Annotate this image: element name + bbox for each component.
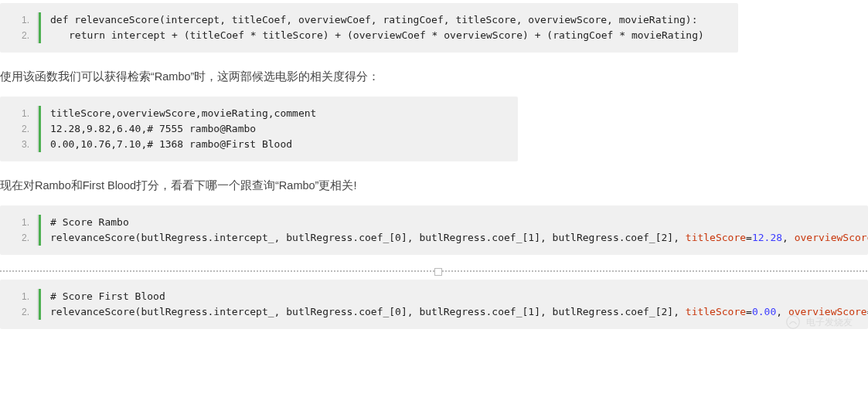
named-arg: titleScore — [686, 232, 746, 243]
named-arg: titleScore — [686, 306, 746, 317]
line-number: 2. — [0, 121, 29, 137]
code-block-2: 1. 2. 3. titleScore,overviewScore,movieR… — [0, 97, 518, 161]
prose-text: 使用该函数我们可以获得检索“Rambo”时，这两部候选电影的相关度得分： — [0, 68, 868, 86]
code-body: titleScore,overviewScore,movieRating,com… — [39, 106, 518, 152]
code-body: # Score Rambo relevanceScore(butlRegress… — [39, 215, 868, 246]
code-block-1: 1. 2. def relevanceScore(intercept, titl… — [0, 3, 738, 53]
line-number: 1. — [0, 12, 29, 28]
prose-text: 现在对Rambo和First Blood打分，看看下哪一个跟查询“Rambo”更… — [0, 177, 868, 195]
code-block-4: 1. 2. # Score First Blood relevanceScore… — [0, 280, 868, 329]
line-number: 2. — [0, 230, 29, 246]
horizontal-separator — [0, 270, 868, 272]
code-body: # Score First Blood relevanceScore(butlR… — [39, 289, 868, 320]
line-number-gutter: 1. 2. — [0, 12, 39, 43]
line-number-gutter: 1. 2. — [0, 215, 39, 246]
code-line-comment: # Score First Blood — [50, 289, 868, 304]
line-number: 2. — [0, 304, 29, 320]
line-number: 1. — [0, 106, 29, 121]
code-line-call: relevanceScore(butlRegress.intercept_, b… — [50, 230, 868, 246]
code-line: return intercept + (titleCoef * titleSco… — [50, 28, 738, 43]
line-number: 3. — [0, 137, 29, 152]
line-number: 1. — [0, 289, 29, 304]
named-arg: overviewScore — [788, 306, 867, 317]
code-line-call: relevanceScore(butlRegress.intercept_, b… — [50, 304, 868, 320]
code-line-comment: # Score Rambo — [50, 215, 868, 230]
number-literal: 0.00 — [752, 306, 776, 317]
line-number: 2. — [0, 28, 29, 43]
line-number-gutter: 1. 2. — [0, 289, 39, 320]
code-block-3: 1. 2. # Score Rambo relevanceScore(butlR… — [0, 205, 868, 255]
code-body: def relevanceScore(intercept, titleCoef,… — [39, 12, 738, 43]
number-literal: 12.28 — [752, 232, 782, 243]
line-number: 1. — [0, 215, 29, 230]
code-line: def relevanceScore(intercept, titleCoef,… — [50, 12, 738, 28]
line-number-gutter: 1. 2. 3. — [0, 106, 39, 152]
code-line: 12.28,9.82,6.40,# 7555 rambo@Rambo — [50, 121, 518, 137]
code-line: titleScore,overviewScore,movieRating,com… — [50, 106, 518, 121]
code-line: 0.00,10.76,7.10,# 1368 rambo@First Blood — [50, 137, 518, 152]
named-arg: overviewScore — [795, 232, 868, 243]
